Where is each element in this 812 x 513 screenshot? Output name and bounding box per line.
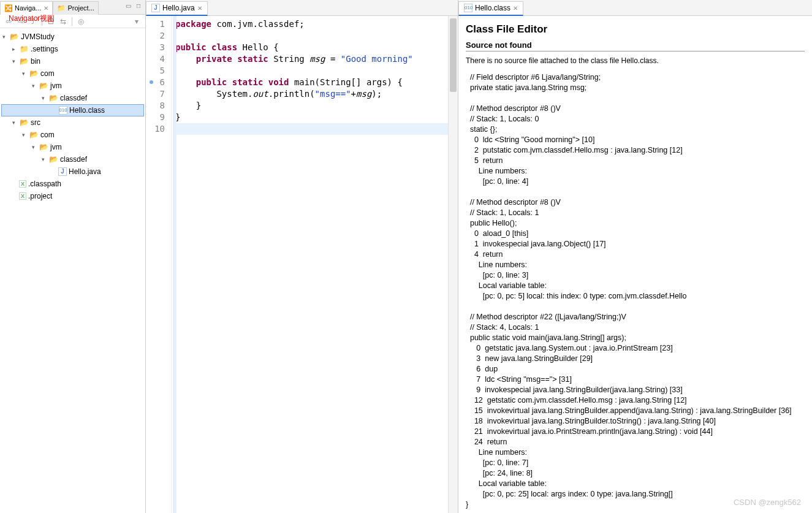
class-file-icon: 010 bbox=[464, 4, 472, 12]
tree-item-label: jvm bbox=[50, 143, 62, 151]
source-note: There is no source file attached to the … bbox=[466, 56, 805, 65]
tree-item[interactable]: 010Hello.class bbox=[1, 104, 144, 116]
tree-item[interactable]: ▾📂classdef bbox=[1, 153, 144, 165]
folder-open-icon: 📂 bbox=[48, 93, 58, 103]
code-line[interactable]: public static void main(String[] args) { bbox=[175, 77, 454, 88]
editor-tab-hello-java[interactable]: J Hello.java ✕ bbox=[146, 1, 208, 16]
tree-item-label: com bbox=[40, 131, 55, 139]
tree-item-label: classdef bbox=[60, 94, 87, 102]
chevron-icon[interactable]: ▾ bbox=[42, 156, 48, 162]
folder-open-icon: 📂 bbox=[29, 130, 39, 140]
chevron-icon[interactable]: ▾ bbox=[32, 144, 38, 150]
tree-item[interactable]: ▾📂com bbox=[1, 67, 144, 80]
tab-label: Project... bbox=[67, 4, 94, 12]
code-line[interactable] bbox=[175, 30, 454, 42]
chevron-icon[interactable]: ▸ bbox=[12, 46, 18, 52]
chevron-icon[interactable]: ▾ bbox=[12, 120, 18, 126]
code-area[interactable]: package com.jvm.classdef; public class H… bbox=[172, 16, 458, 513]
class-file-body[interactable]: Class File Editor Source not found There… bbox=[458, 16, 812, 510]
close-icon[interactable]: ✕ bbox=[44, 5, 48, 12]
editor-body[interactable]: 12345678910 package com.jvm.classdef; pu… bbox=[146, 16, 458, 513]
bytecode-listing: // Field descriptor #6 Ljava/lang/String… bbox=[466, 72, 805, 510]
tree-item-label: com bbox=[40, 69, 55, 78]
view-menu-icon[interactable]: ▾ bbox=[132, 17, 142, 26]
java-file-icon: J bbox=[58, 167, 67, 176]
folder-open-icon: 📂 bbox=[19, 56, 29, 66]
chevron-icon[interactable]: ▾ bbox=[12, 58, 18, 64]
tree-item[interactable]: ▸📁.settings bbox=[1, 43, 144, 55]
view-tabs: 🔀 Naviga... ✕ 📁 Project... ▭ □ bbox=[0, 0, 145, 15]
tree-item-label: classdef bbox=[60, 155, 87, 164]
class-file-panel: 010 Hello.class ✕ Class File Editor Sour… bbox=[458, 0, 812, 513]
editor-tab-hello-class[interactable]: 010 Hello.class ✕ bbox=[458, 1, 523, 16]
folder-open-icon: 📂 bbox=[39, 142, 48, 152]
code-line[interactable]: public class Hello { bbox=[175, 42, 454, 53]
folder-open-icon: 📂 bbox=[39, 81, 48, 91]
tree-item-label: JVMStudy bbox=[21, 32, 55, 41]
code-line[interactable]: private static String msg = "Good mornin… bbox=[175, 53, 454, 65]
view-toolstrip: ▭ □ bbox=[124, 1, 143, 10]
navigator-icon: 🔀 bbox=[4, 4, 13, 12]
folding-ruler bbox=[173, 16, 176, 513]
tree-item-label: .settings bbox=[31, 45, 58, 53]
tree-item[interactable]: ▾📂bin bbox=[1, 55, 144, 67]
xml-file-icon: X bbox=[19, 192, 26, 200]
file-tree[interactable]: ▾📂JVMStudy▸📁.settings▾📂bin▾📂com▾📂jvm▾📂cl… bbox=[0, 28, 145, 205]
code-line[interactable]: } bbox=[175, 112, 454, 123]
line-gutter: 12345678910 bbox=[146, 16, 172, 513]
annotation-label: Navigator视图 bbox=[9, 13, 55, 24]
java-editor-panel: J Hello.java ✕ 12345678910 package com.j… bbox=[146, 0, 458, 513]
folder-closed-icon: 📁 bbox=[19, 44, 29, 54]
tab-project-explorer[interactable]: 📁 Project... bbox=[53, 1, 98, 15]
project-icon: 📂 bbox=[9, 32, 19, 42]
folder-open-icon: 📂 bbox=[48, 154, 58, 164]
chevron-icon[interactable]: ▾ bbox=[2, 34, 9, 40]
xml-file-icon: X bbox=[19, 180, 26, 188]
tree-item[interactable]: X.project bbox=[1, 190, 144, 202]
tree-item[interactable]: ▾📂classdef bbox=[1, 92, 144, 104]
tree-item[interactable]: ▾📂JVMStudy bbox=[1, 31, 144, 43]
close-icon[interactable]: ✕ bbox=[513, 5, 518, 12]
editor-tab-label: Hello.java bbox=[162, 4, 195, 12]
tree-item[interactable]: ▾📂jvm bbox=[1, 141, 144, 153]
minimize-icon[interactable]: ▭ bbox=[124, 1, 132, 10]
page-title: Class File Editor bbox=[466, 23, 805, 36]
navigator-panel: 🔀 Naviga... ✕ 📁 Project... ▭ □ Navigator… bbox=[0, 0, 146, 513]
tree-item[interactable]: ▾📂src bbox=[1, 116, 144, 129]
tree-item-label: jvm bbox=[50, 82, 62, 90]
tree-item-label: Hello.java bbox=[69, 167, 101, 176]
tree-item[interactable]: ▾📂jvm bbox=[1, 80, 144, 92]
vertical-scrollbar[interactable] bbox=[448, 16, 458, 513]
tree-item[interactable]: JHello.java bbox=[1, 165, 144, 178]
tab-label: Naviga... bbox=[15, 4, 41, 12]
close-icon[interactable]: ✕ bbox=[197, 5, 202, 12]
page-subtitle: Source not found bbox=[466, 40, 805, 51]
scroll-thumb[interactable] bbox=[450, 18, 457, 92]
folder-icon: 📁 bbox=[57, 4, 66, 12]
chevron-icon[interactable]: ▾ bbox=[42, 95, 48, 101]
tree-item-label: .project bbox=[28, 192, 52, 200]
maximize-icon[interactable]: □ bbox=[134, 1, 143, 10]
tree-item-label: .classpath bbox=[28, 180, 61, 188]
code-line[interactable] bbox=[175, 123, 454, 135]
code-line[interactable]: System.out.println("msg=="+msg); bbox=[175, 88, 454, 100]
code-line[interactable]: } bbox=[175, 100, 454, 112]
tree-item-label: bin bbox=[31, 57, 40, 66]
editor-tabs: 010 Hello.class ✕ bbox=[458, 0, 812, 16]
tab-navigator[interactable]: 🔀 Naviga... ✕ bbox=[0, 1, 53, 15]
java-file-icon: J bbox=[151, 4, 160, 12]
code-line[interactable] bbox=[175, 65, 454, 77]
chevron-icon[interactable]: ▾ bbox=[22, 132, 28, 138]
tree-item[interactable]: X.classpath bbox=[1, 178, 144, 190]
class-file-icon: 010 bbox=[59, 106, 67, 115]
chevron-icon[interactable]: ▾ bbox=[32, 83, 38, 89]
link-editor-icon[interactable]: ⇆ bbox=[58, 17, 68, 26]
tree-item[interactable]: ▾📂com bbox=[1, 129, 144, 141]
code-line[interactable]: package com.jvm.classdef; bbox=[175, 18, 454, 30]
editor-tab-label: Hello.class bbox=[475, 4, 510, 12]
focus-icon[interactable]: ◎ bbox=[76, 17, 86, 26]
tree-item-label: Hello.class bbox=[69, 106, 105, 115]
folder-open-icon: 📂 bbox=[19, 118, 29, 127]
chevron-icon[interactable]: ▾ bbox=[22, 70, 28, 77]
folder-open-icon: 📂 bbox=[29, 69, 39, 78]
